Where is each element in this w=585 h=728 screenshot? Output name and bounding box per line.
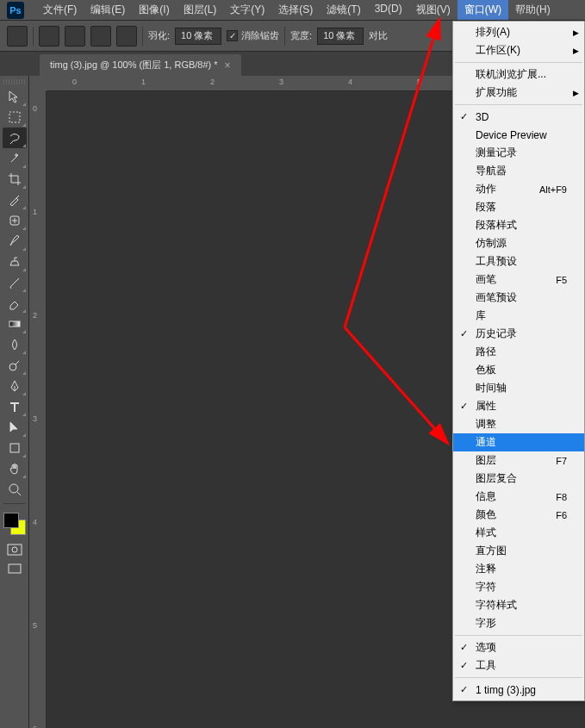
healing-brush-tool[interactable] [3, 210, 27, 231]
menu-item[interactable]: 画笔F5 [453, 271, 584, 289]
svg-rect-2 [9, 321, 20, 327]
window-menu-dropdown: 排列(A)▶工作区(K)▶联机浏览扩展...扩展功能▶✓3DDevice Pre… [452, 21, 585, 701]
eyedropper-tool[interactable] [3, 190, 27, 210]
document-tab[interactable]: timg (3).jpg @ 100% (图层 1, RGB/8#) * × [40, 54, 241, 76]
antialias-checkbox[interactable]: ✓ 消除锯齿 [227, 29, 279, 42]
menu-item[interactable]: 路径 [453, 343, 584, 361]
menu-item[interactable]: 工作区(K)▶ [453, 41, 584, 59]
menu-文字[interactable]: 文字(Y) [223, 0, 271, 20]
color-swatches[interactable] [3, 513, 26, 535]
clone-stamp-tool[interactable] [3, 252, 27, 272]
contrast-label: 对比 [369, 29, 388, 42]
svg-rect-4 [10, 444, 19, 452]
toolbar-handle[interactable] [3, 79, 25, 84]
dodge-tool[interactable] [3, 355, 27, 376]
menu-item[interactable]: 调整 [453, 415, 584, 433]
shape-tool[interactable] [3, 438, 27, 458]
selection-new-icon[interactable] [39, 26, 59, 47]
foreground-color-swatch[interactable] [3, 513, 19, 528]
selection-add-icon[interactable] [65, 26, 85, 47]
eraser-tool[interactable] [3, 293, 27, 314]
menu-帮助[interactable]: 帮助(H) [508, 0, 557, 20]
feather-label: 羽化: [148, 29, 170, 42]
menu-item[interactable]: 注释 [453, 560, 584, 578]
ruler-corner [29, 76, 47, 91]
gradient-tool[interactable] [3, 314, 27, 334]
ps-logo: Ps [7, 2, 24, 19]
menu-item[interactable]: 样式 [453, 524, 584, 542]
menu-item[interactable]: ✓3D [453, 108, 584, 126]
menu-item[interactable]: ✓属性 [453, 397, 584, 415]
menu-item[interactable]: ✓1 timg (3).jpg [453, 681, 584, 699]
history-brush-tool[interactable] [3, 272, 27, 293]
menu-item[interactable]: 测量记录 [453, 144, 584, 162]
menu-选择[interactable]: 选择(S) [271, 0, 320, 20]
menu-item[interactable]: 仿制源 [453, 234, 584, 252]
type-tool[interactable] [3, 396, 27, 417]
width-label: 宽度: [290, 29, 312, 42]
zoom-tool[interactable] [3, 479, 27, 500]
pen-tool[interactable] [3, 376, 27, 396]
svg-rect-8 [9, 564, 21, 573]
menu-item[interactable]: 图层复合 [453, 470, 584, 488]
menu-item[interactable]: 段落样式 [453, 216, 584, 234]
move-tool[interactable] [3, 86, 27, 107]
svg-point-5 [9, 484, 18, 493]
magic-wand-tool[interactable] [3, 148, 27, 169]
svg-rect-6 [8, 544, 22, 555]
menu-item[interactable]: 扩展功能▶ [453, 84, 584, 102]
menu-item[interactable]: 图层F7 [453, 451, 584, 470]
brush-tool[interactable] [3, 231, 27, 252]
menu-item[interactable]: 工具预设 [453, 252, 584, 271]
path-selection-tool[interactable] [3, 417, 27, 438]
menu-滤镜[interactable]: 滤镜(T) [320, 0, 367, 20]
menu-item[interactable]: 联机浏览扩展... [453, 65, 584, 84]
menu-3d[interactable]: 3D(D) [368, 0, 409, 20]
document-tab-title: timg (3).jpg @ 100% (图层 1, RGB/8#) * [50, 59, 218, 72]
menu-图像[interactable]: 图像(I) [132, 0, 176, 20]
menu-窗口[interactable]: 窗口(W) [457, 0, 508, 20]
menu-item[interactable]: ✓选项 [453, 638, 584, 656]
menu-item[interactable]: 直方图 [453, 542, 584, 560]
menubar: Ps 文件(F)编辑(E)图像(I)图层(L)文字(Y)选择(S)滤镜(T)3D… [0, 0, 585, 21]
svg-point-7 [12, 547, 17, 552]
feather-input[interactable] [175, 28, 221, 45]
selection-intersect-icon[interactable] [116, 26, 137, 47]
blur-tool[interactable] [3, 334, 27, 355]
menu-item[interactable]: 导航器 [453, 162, 584, 180]
toolbar [0, 76, 29, 728]
quick-mask-toggle[interactable] [4, 542, 25, 557]
menu-文件[interactable]: 文件(F) [36, 0, 84, 20]
tool-preset-picker[interactable] [7, 26, 28, 47]
crop-tool[interactable] [3, 169, 27, 190]
menu-item[interactable]: 段落 [453, 198, 584, 216]
menu-item[interactable]: 字形 [453, 614, 584, 632]
screen-mode-toggle[interactable] [4, 561, 25, 576]
menu-item[interactable]: 色板 [453, 361, 584, 379]
menu-图层[interactable]: 图层(L) [177, 0, 224, 20]
selection-subtract-icon[interactable] [90, 26, 111, 47]
menu-item[interactable]: 颜色F6 [453, 506, 584, 524]
menu-item[interactable]: 字符样式 [453, 596, 584, 614]
svg-point-3 [9, 364, 16, 370]
marquee-tool[interactable] [3, 107, 27, 128]
lasso-tool[interactable] [3, 128, 27, 148]
menu-item[interactable]: 通道 [453, 433, 584, 451]
menu-item[interactable]: 字符 [453, 578, 584, 596]
menu-item[interactable]: ✓历史记录 [453, 325, 584, 343]
hand-tool[interactable] [3, 458, 27, 479]
menu-item[interactable]: 时间轴 [453, 379, 584, 397]
svg-rect-0 [9, 112, 20, 122]
menu-item[interactable]: 库 [453, 307, 584, 325]
ruler-vertical: 0123456 [29, 91, 47, 728]
menu-item[interactable]: ✓工具 [453, 656, 584, 675]
menu-item[interactable]: 画笔预设 [453, 289, 584, 307]
menu-item[interactable]: 动作Alt+F9 [453, 180, 584, 198]
menu-视图[interactable]: 视图(V) [409, 0, 457, 20]
menu-item[interactable]: 信息F8 [453, 488, 584, 506]
menu-item[interactable]: Device Preview [453, 126, 584, 144]
close-icon[interactable]: × [225, 59, 231, 72]
menu-编辑[interactable]: 编辑(E) [84, 0, 132, 20]
menu-item[interactable]: 排列(A)▶ [453, 23, 584, 41]
width-input[interactable] [317, 28, 364, 45]
